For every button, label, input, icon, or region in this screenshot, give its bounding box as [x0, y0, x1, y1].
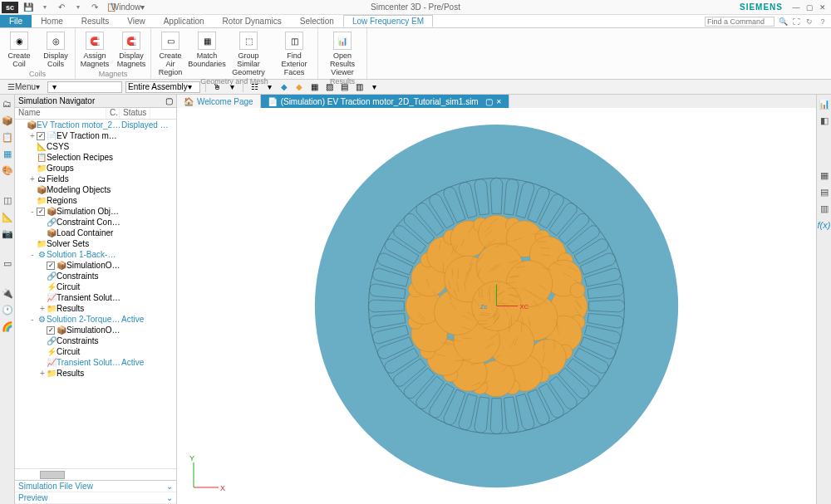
- rail-colors-icon[interactable]: 🎨: [2, 164, 13, 176]
- assembly-combo[interactable]: Entire Assembly ▾: [125, 81, 200, 93]
- tree-row[interactable]: 📁Groups: [15, 163, 176, 174]
- tree-row[interactable]: 📐CSYS: [15, 141, 176, 152]
- close-button[interactable]: ✕: [816, 2, 829, 13]
- undo-dropdown[interactable]: ▼: [71, 2, 85, 13]
- tree-row[interactable]: ✓📦SimulationOb…: [15, 325, 176, 335]
- open-results-viewer-button[interactable]: 📊Open Results Viewer: [322, 30, 363, 76]
- rail-nav-icon[interactable]: 🗂: [2, 98, 13, 110]
- tab-application[interactable]: Application: [155, 15, 214, 27]
- right-rail-fx-icon[interactable]: f(x): [819, 219, 830, 231]
- rail-plug-icon[interactable]: 🔌: [2, 287, 13, 299]
- menu-button[interactable]: ☰ Menu ▾: [3, 81, 44, 93]
- tree-row[interactable]: +📁Results: [15, 303, 176, 314]
- col-status[interactable]: Status: [120, 108, 150, 119]
- nav-pin-icon[interactable]: ▢: [165, 96, 173, 105]
- col-c[interactable]: C.: [106, 108, 120, 119]
- tree-row[interactable]: 🔗Constraint Container: [15, 217, 176, 228]
- footer-sim-file-view[interactable]: Simulation File View⌄: [15, 481, 176, 492]
- restore-button[interactable]: ▢: [803, 2, 816, 13]
- tree-row[interactable]: 📁Regions: [15, 195, 176, 206]
- find-exterior-faces-button[interactable]: ◫Find Exterior Faces: [274, 30, 314, 76]
- right-rail-icon-5[interactable]: ▥: [819, 203, 830, 214]
- qat-dropdown[interactable]: ▼: [38, 2, 52, 13]
- canvas-3d[interactable]: XC Zc X Y: [177, 108, 816, 504]
- tree-row[interactable]: +✓📄EV Traction moto…: [15, 130, 176, 141]
- assign-magnets-button[interactable]: 🧲Assign Magnets: [79, 30, 111, 69]
- sel-toggle-icon[interactable]: ▾: [226, 81, 238, 93]
- tree-row[interactable]: ✓📦SimulationObjects: [15, 260, 176, 271]
- tree-row[interactable]: 📈Transient Solutio…: [15, 292, 176, 303]
- tree-row[interactable]: -⚙Solution 1-Back-EM…: [15, 249, 176, 260]
- rail-part-icon[interactable]: 📦: [2, 115, 13, 126]
- view-icon-2[interactable]: ▾: [263, 81, 275, 93]
- more-dd[interactable]: ▾: [368, 81, 380, 93]
- tree-row[interactable]: 📈Transient Solutio…Active: [15, 357, 176, 368]
- rail-measure-icon[interactable]: 📐: [2, 211, 13, 223]
- tree-row[interactable]: 📦EV Traction motor_2D_T…Displayed & W…: [15, 120, 176, 130]
- tab-selection[interactable]: Selection: [291, 15, 343, 27]
- view-icon-1[interactable]: ☷: [248, 81, 260, 93]
- rail-box-icon[interactable]: ▭: [2, 257, 13, 269]
- right-rail-icon-4[interactable]: ▤: [819, 186, 830, 198]
- create-air-region-button[interactable]: ▭Create Air Region: [155, 30, 186, 76]
- expand-icon[interactable]: ⛶: [791, 17, 801, 27]
- rail-cube-icon[interactable]: ◫: [2, 194, 13, 206]
- tree-row[interactable]: -✓📦Simulation Objec…: [15, 206, 176, 217]
- save-button[interactable]: 💾: [22, 2, 35, 13]
- display-magnets-button[interactable]: 🧲Display Magnets: [116, 30, 147, 69]
- command-search-input[interactable]: [705, 17, 774, 27]
- right-rail-icon-2[interactable]: ◧: [819, 115, 830, 126]
- tree-row[interactable]: 📁Solver Sets: [15, 238, 176, 249]
- tab-view[interactable]: View: [118, 15, 155, 27]
- viewtab-simulation[interactable]: 📄 (Simulation) EV Traction motor_2D_Tuto…: [261, 95, 509, 108]
- tree-row[interactable]: 🔗Constraints: [15, 271, 176, 281]
- tree-row[interactable]: +📁Results: [15, 368, 176, 379]
- tree-row[interactable]: 📋Selection Recipes: [15, 152, 176, 163]
- tree-row[interactable]: +🗂Fields: [15, 174, 176, 184]
- grid-icon-3[interactable]: ▤: [338, 81, 350, 93]
- tree-row[interactable]: 📦Load Container: [15, 228, 176, 238]
- tree-row[interactable]: 🔗Constraints: [15, 335, 176, 346]
- grid-icon-4[interactable]: ▥: [353, 81, 365, 93]
- footer-preview[interactable]: Preview⌄: [15, 492, 176, 504]
- tab-low-frequency-em[interactable]: Low Frequency EM: [343, 15, 433, 27]
- undo-button[interactable]: ↶: [55, 2, 68, 13]
- tree-row[interactable]: -⚙Solution 2-Torque at…Active: [15, 314, 176, 325]
- help-icon[interactable]: ?: [818, 17, 828, 27]
- right-rail-icon-3[interactable]: ▦: [819, 169, 830, 181]
- tree-row[interactable]: 📦Modeling Objects: [15, 184, 176, 195]
- nav-tree[interactable]: 📦EV Traction motor_2D_T…Displayed & W…+✓…: [15, 120, 176, 468]
- rail-mesh-icon[interactable]: ▦: [2, 148, 13, 159]
- viewtab-welcome[interactable]: 🏠 Welcome Page: [177, 95, 261, 108]
- minimize-button[interactable]: —: [789, 2, 803, 13]
- display-icon-1[interactable]: ◆: [278, 81, 290, 93]
- grid-icon-2[interactable]: ▨: [323, 81, 335, 93]
- nav-scroll-thumb[interactable]: [40, 471, 65, 479]
- rail-palette-icon[interactable]: 🌈: [2, 321, 13, 332]
- match-boundaries-button[interactable]: ▦Match Boundaries: [191, 30, 223, 76]
- group-similar-geometry-button[interactable]: ⬚Group Similar Geometry: [228, 30, 269, 76]
- nav-hscroll[interactable]: [15, 468, 176, 480]
- sel-filter-icon[interactable]: 🖱: [211, 81, 223, 93]
- right-rail-icon-1[interactable]: 📊: [819, 98, 830, 110]
- rail-layers-icon[interactable]: 📋: [2, 131, 13, 143]
- tree-row[interactable]: ⚡Circuit: [15, 346, 176, 357]
- tab-home[interactable]: Home: [32, 15, 72, 27]
- tree-row[interactable]: ⚡Circuit: [15, 281, 176, 292]
- refresh-icon[interactable]: ↻: [804, 17, 814, 27]
- create-coil-button[interactable]: ◉Create Coil: [3, 30, 35, 69]
- col-name[interactable]: Name: [15, 108, 106, 119]
- window-button[interactable]: Window ▾: [121, 2, 135, 13]
- search-icon[interactable]: 🔍: [778, 17, 788, 27]
- display-coils-button[interactable]: ◎Display Coils: [40, 30, 71, 69]
- tab-rotor-dynamics[interactable]: Rotor Dynamics: [214, 15, 291, 27]
- rail-clock-icon[interactable]: 🕐: [2, 304, 13, 316]
- grid-icon-1[interactable]: ▦: [308, 81, 320, 93]
- rail-camera-icon[interactable]: 📷: [2, 228, 13, 239]
- tab-file[interactable]: File: [0, 15, 32, 27]
- redo-button[interactable]: ↷: [88, 2, 101, 13]
- tab-results[interactable]: Results: [72, 15, 118, 27]
- display-icon-2[interactable]: ◆: [293, 81, 305, 93]
- close-tab-icon[interactable]: ✕: [496, 98, 502, 105]
- filter-combo[interactable]: ▾: [47, 81, 122, 93]
